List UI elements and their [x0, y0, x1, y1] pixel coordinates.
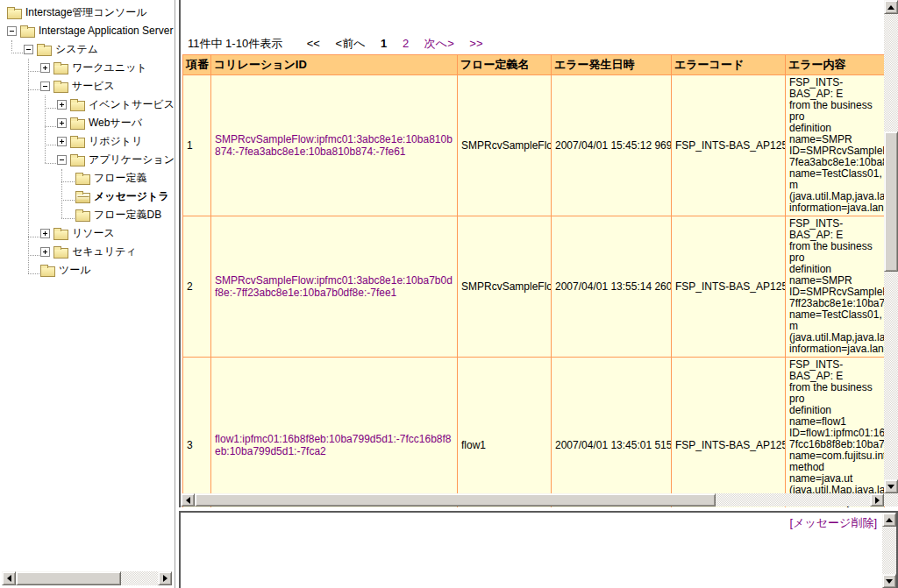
folder-icon	[70, 138, 85, 148]
folder-icon	[70, 119, 85, 130]
list-vertical-scrollbar[interactable]	[884, 0, 898, 493]
folder-icon	[53, 64, 68, 74]
folder-icon	[7, 9, 22, 19]
cell-error-detail: FSP_INTS-BAS_AP: E from the business pro…	[786, 216, 885, 358]
tree-item-label: Webサーバ	[89, 114, 142, 132]
folder-icon	[53, 248, 68, 259]
delete-message-link[interactable]: [メッセージ削除]	[790, 515, 877, 531]
cell-error-datetime: 2007/04/01 13:45:01 515	[552, 358, 672, 508]
prev-page-link[interactable]: <前へ	[336, 37, 366, 50]
first-page-link[interactable]: <<	[307, 37, 320, 50]
header-no: 項番	[183, 55, 211, 75]
tree-item-flow-definition-db[interactable]: フロー定義DB	[0, 206, 175, 224]
folder-open-icon	[75, 193, 90, 203]
message-table: 項番 コリレーションID フロー定義名 エラー発生日時 エラーコード エラー内容…	[182, 54, 885, 507]
navigation-tree-pane: Interstage管理コンソール Interstage Application…	[0, 0, 175, 588]
folder-icon	[75, 211, 90, 222]
expand-minus-icon[interactable]	[40, 81, 50, 91]
tree-item-label: アプリケーション連	[89, 151, 175, 169]
page-number-current: 1	[381, 37, 387, 50]
tree-item-label: サービス	[72, 77, 115, 96]
scroll-up-icon	[886, 518, 893, 522]
tree-item-label: ワークユニット	[72, 59, 147, 77]
expand-plus-icon[interactable]	[40, 63, 50, 73]
scroll-right-button[interactable]	[870, 493, 884, 507]
last-page-link[interactable]: >>	[469, 37, 482, 50]
scroll-down-icon	[886, 579, 893, 584]
scroll-down-icon	[887, 485, 894, 489]
tree-item-message-tracking[interactable]: メッセージトラ	[0, 188, 175, 206]
tree-item-security[interactable]: セキュリティ	[0, 243, 175, 261]
page-number-2[interactable]: 2	[403, 37, 409, 50]
scroll-left-button[interactable]	[181, 493, 195, 507]
tree-item-repository[interactable]: リポジトリ	[0, 132, 175, 151]
tree-item-label: Interstage Application Server	[39, 22, 173, 40]
expand-plus-icon[interactable]	[57, 118, 67, 128]
expand-plus-icon[interactable]	[57, 100, 67, 110]
expand-plus-icon[interactable]	[40, 229, 50, 238]
scroll-down-button[interactable]	[884, 479, 898, 493]
tree-item-flow-definition[interactable]: フロー定義	[0, 169, 175, 188]
tree-item-web-server[interactable]: Webサーバ	[0, 114, 175, 132]
folder-icon	[53, 82, 68, 93]
cell-error-datetime: 2007/04/01 15:45:12 969	[552, 75, 672, 216]
tree-item-work-unit[interactable]: ワークユニット	[0, 59, 175, 77]
correlation-id-link[interactable]: flow1:ipfmc01:16b8f8eb:10ba799d5d1:-7fcc…	[211, 358, 458, 508]
scroll-left-icon	[186, 497, 190, 504]
scroll-up-icon	[887, 5, 894, 10]
scroll-up-button[interactable]	[884, 0, 898, 14]
folder-icon	[70, 101, 85, 111]
tree-item-label: ツール	[59, 261, 91, 280]
tree-item-label: Interstage管理コンソール	[25, 4, 147, 22]
header-error-datetime: エラー発生日時	[552, 55, 672, 75]
table-row: 2 SMPRcvSampleFlow:ipfmc01:3abc8e1e:10ba…	[183, 216, 885, 358]
cell-no: 1	[183, 75, 211, 216]
scroll-right-icon	[163, 575, 167, 582]
tree-item-resource[interactable]: リソース	[0, 224, 175, 243]
tree-item-event-service[interactable]: イベントサービス	[0, 96, 175, 114]
expand-minus-icon[interactable]	[7, 26, 17, 36]
cell-flow-name: flow1	[458, 358, 552, 508]
tree-item-label: フロー定義DB	[94, 206, 161, 224]
tree-item-application-server[interactable]: Interstage Application Server	[0, 22, 175, 40]
cell-flow-name: SMPRcvSampleFlow	[458, 216, 552, 358]
scroll-thumb[interactable]	[195, 493, 716, 507]
detail-vertical-scrollbar[interactable]	[882, 513, 896, 588]
cell-error-detail: FSP_INTS-BAS_AP: E from the business pro…	[786, 75, 885, 216]
folder-icon	[53, 230, 68, 240]
scroll-down-button[interactable]	[882, 574, 896, 588]
folder-icon	[37, 46, 52, 56]
next-page-link[interactable]: 次へ>	[424, 37, 454, 50]
expand-plus-icon[interactable]	[57, 137, 67, 146]
tree-item-label: リソース	[72, 224, 115, 243]
pagination-bar: 11件中 1-10件表示 << <前へ 1 2 次へ> >>	[188, 36, 495, 50]
scroll-up-button[interactable]	[882, 513, 896, 527]
header-correlation-id: コリレーションID	[211, 55, 458, 75]
tree-horizontal-scrollbar[interactable]	[2, 571, 172, 585]
cell-error-code: FSP_INTS-BAS_AP1258	[672, 358, 786, 508]
tree-item-system[interactable]: システム	[0, 40, 175, 59]
scroll-thumb[interactable]	[16, 571, 121, 585]
correlation-id-link[interactable]: SMPRcvSampleFlow:ipfmc01:3abc8e1e:10ba7b…	[211, 216, 458, 358]
cell-error-detail: FSP_INTS-BAS_AP: E from the business pro…	[786, 358, 885, 508]
expand-plus-icon[interactable]	[40, 247, 50, 257]
header-error-code: エラーコード	[672, 55, 786, 75]
tree-item-tool[interactable]: ツール	[0, 261, 175, 280]
scroll-thumb[interactable]	[884, 131, 898, 272]
cell-no: 3	[183, 358, 211, 508]
interstage-console-window: Interstage管理コンソール Interstage Application…	[0, 0, 898, 588]
tree-item-label: セキュリティ	[72, 243, 137, 261]
list-horizontal-scrollbar[interactable]	[181, 493, 898, 507]
expand-minus-icon[interactable]	[24, 45, 33, 54]
scroll-left-button[interactable]	[2, 571, 16, 585]
correlation-id-link[interactable]: SMPRcvSampleFlow:ipfmc01:3abc8e1e:10ba81…	[211, 75, 458, 216]
cell-error-datetime: 2007/04/01 13:55:14 260	[552, 216, 672, 358]
expand-minus-icon[interactable]	[57, 155, 67, 165]
scroll-right-button[interactable]	[158, 571, 172, 585]
tree-item-application-integration[interactable]: アプリケーション連	[0, 151, 175, 169]
tree-item-service[interactable]: サービス	[0, 77, 175, 96]
scroll-left-icon	[7, 575, 11, 582]
table-row: 3 flow1:ipfmc01:16b8f8eb:10ba799d5d1:-7f…	[183, 358, 885, 508]
result-count: 11件中 1-10件表示	[188, 37, 282, 50]
tree-item-root[interactable]: Interstage管理コンソール	[0, 4, 175, 22]
